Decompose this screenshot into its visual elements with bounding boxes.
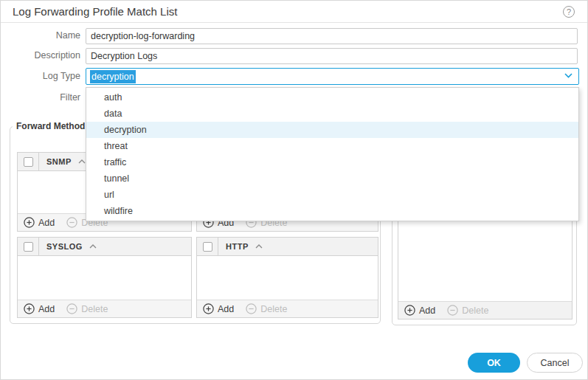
name-input[interactable] bbox=[86, 28, 578, 44]
plus-circle-icon bbox=[24, 303, 35, 314]
minus-circle-icon bbox=[66, 303, 77, 314]
http-checkbox[interactable] bbox=[203, 242, 212, 252]
syslog-panel-footer: Add Delete bbox=[18, 300, 191, 317]
http-checkbox-cell bbox=[197, 238, 218, 255]
chevron-down-icon[interactable] bbox=[564, 73, 573, 78]
minus-circle-icon bbox=[246, 303, 257, 314]
http-delete-button[interactable]: Delete bbox=[246, 303, 287, 314]
syslog-checkbox[interactable] bbox=[24, 242, 33, 252]
dropdown-option[interactable]: auth bbox=[86, 89, 578, 106]
dropdown-option[interactable]: decryption bbox=[86, 122, 578, 138]
minus-circle-icon bbox=[66, 217, 77, 228]
dropdown-option[interactable]: traffic bbox=[86, 154, 578, 170]
log-type-label: Log Type bbox=[1, 71, 80, 81]
dropdown-option[interactable]: tunnel bbox=[86, 170, 578, 187]
help-icon[interactable]: ? bbox=[563, 6, 575, 18]
plus-circle-icon bbox=[24, 217, 35, 228]
chevron-up-icon[interactable] bbox=[89, 244, 97, 249]
log-type-combobox[interactable]: decryption bbox=[86, 68, 579, 85]
http-panel-header[interactable]: HTTP bbox=[197, 238, 378, 256]
forward-method-legend: Forward Method bbox=[13, 121, 89, 131]
dropdown-option[interactable]: data bbox=[86, 106, 578, 122]
cancel-button[interactable]: Cancel bbox=[527, 353, 583, 373]
http-list-body bbox=[197, 256, 378, 300]
syslog-list-body bbox=[18, 256, 191, 300]
log-forwarding-match-list-dialog: Log Forwarding Profile Match List ? Name… bbox=[0, 0, 588, 380]
http-add-button[interactable]: Add bbox=[203, 303, 234, 314]
plus-circle-icon bbox=[203, 303, 214, 314]
syslog-checkbox-cell bbox=[18, 238, 39, 255]
snmp-checkbox-cell bbox=[18, 153, 39, 170]
dialog-title: Log Forwarding Profile Match List bbox=[13, 1, 177, 22]
log-type-selected-value: decryption bbox=[90, 70, 136, 83]
name-label: Name bbox=[1, 30, 80, 41]
snmp-checkbox[interactable] bbox=[24, 157, 33, 167]
http-panel-title: HTTP bbox=[226, 242, 249, 251]
right-add-button[interactable]: Add bbox=[404, 305, 435, 316]
dialog-titlebar: Log Forwarding Profile Match List ? bbox=[1, 1, 587, 23]
chevron-up-icon[interactable] bbox=[78, 159, 86, 164]
snmp-panel-title: SNMP bbox=[46, 157, 72, 166]
right-delete-button[interactable]: Delete bbox=[447, 305, 488, 316]
syslog-panel-title: SYSLOG bbox=[46, 242, 83, 251]
description-input[interactable] bbox=[86, 48, 578, 64]
filter-label: Filter bbox=[1, 92, 80, 103]
http-panel: HTTP Add Delete bbox=[196, 237, 378, 318]
dropdown-option[interactable]: url bbox=[86, 187, 578, 203]
dropdown-option[interactable]: threat bbox=[86, 138, 578, 154]
dropdown-option[interactable]: wildfire bbox=[86, 203, 578, 219]
syslog-delete-button[interactable]: Delete bbox=[66, 303, 108, 314]
chevron-up-icon[interactable] bbox=[255, 244, 263, 249]
ok-button[interactable]: OK bbox=[468, 353, 520, 373]
snmp-add-button[interactable]: Add bbox=[24, 217, 55, 228]
syslog-panel: SYSLOG Add Delete bbox=[17, 237, 192, 318]
right-panel-footer: Add Delete bbox=[398, 301, 572, 319]
http-panel-footer: Add Delete bbox=[197, 300, 378, 317]
syslog-panel-header[interactable]: SYSLOG bbox=[18, 238, 191, 256]
minus-circle-icon bbox=[447, 305, 458, 316]
plus-circle-icon bbox=[404, 305, 415, 316]
syslog-add-button[interactable]: Add bbox=[24, 303, 55, 314]
log-type-dropdown-list: auth data decryption threat traffic tunn… bbox=[86, 87, 579, 221]
description-label: Description bbox=[1, 50, 80, 61]
